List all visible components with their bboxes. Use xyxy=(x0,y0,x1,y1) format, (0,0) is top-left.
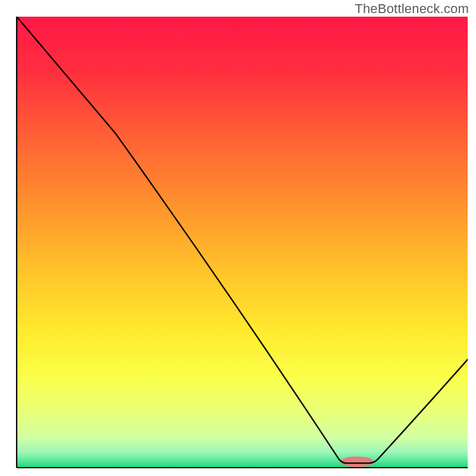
watermark-text: TheBottleneck.com xyxy=(355,1,469,17)
chart-container: { "watermark": "TheBottleneck.com", "plo… xyxy=(0,0,476,476)
gradient-background xyxy=(17,17,468,468)
bottleneck-chart xyxy=(0,0,476,476)
optimal-marker xyxy=(340,456,374,467)
